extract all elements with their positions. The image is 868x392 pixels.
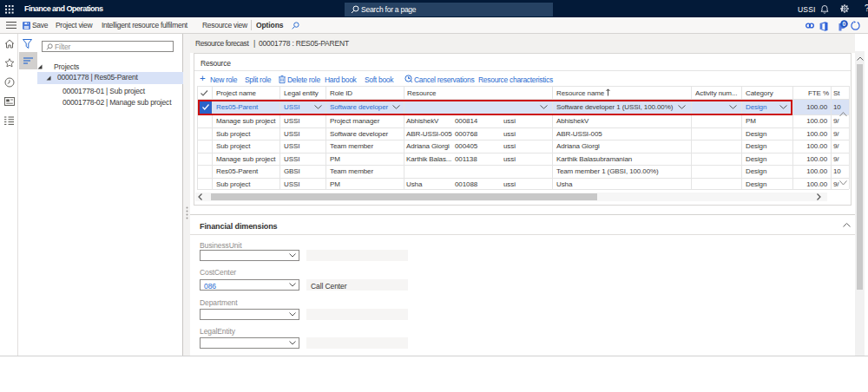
svg-text:0: 0 xyxy=(843,21,846,27)
